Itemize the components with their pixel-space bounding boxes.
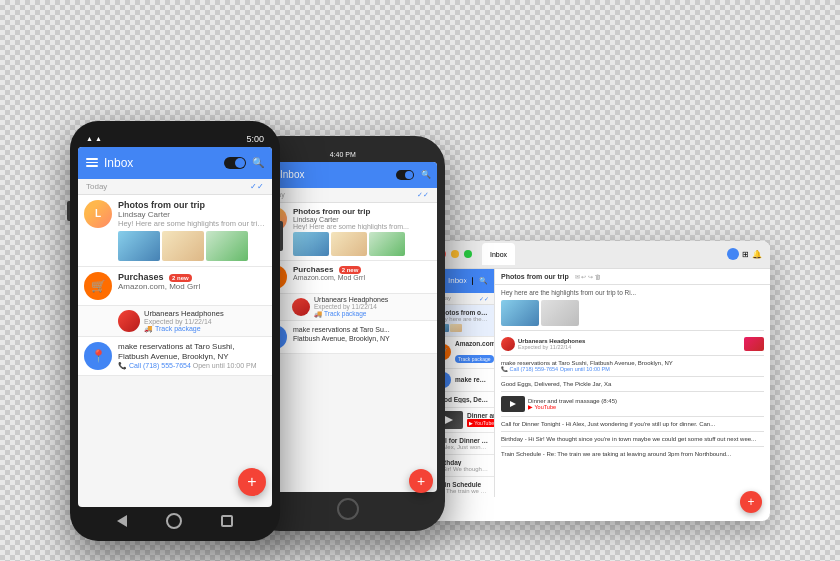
check-all-icon[interactable]: ✓✓ [250, 182, 264, 191]
minimize-dot[interactable] [451, 250, 459, 258]
browser-photo-2 [541, 300, 579, 326]
divider-5 [501, 416, 764, 417]
search-icon-browser[interactable]: 🔍 [479, 277, 488, 285]
track-package-link-medium[interactable]: 🚚 Track package [314, 310, 431, 318]
browser-mini-item-1[interactable]: Urbanears Headphones Expected by 11/22/1… [501, 335, 764, 353]
browser-inbox-title: Inbox [448, 276, 468, 285]
product-thumb [744, 337, 764, 351]
grid-icon-browser[interactable]: ⊞ [742, 250, 749, 259]
purchases-content-medium: Purchases 2 new Amazon.com, Mod Grrl [293, 265, 432, 281]
purchases-bundle-medium[interactable]: 🛒 Purchases 2 new Amazon.com, Mod Grrl [258, 261, 437, 294]
divider-6 [501, 431, 764, 432]
browser-chrome: Inbox ⊞ 🔔 [430, 241, 770, 269]
purchases-from-medium: Amazon.com, Mod Grrl [293, 274, 432, 281]
browser-dinner-item[interactable]: Call for Dinner Tonight - Hi Alex, Just … [501, 419, 764, 429]
headphones-item-medium[interactable]: Urbanears Headphones Expected by 11/22/1… [258, 294, 437, 321]
video-title-text: Dinner and travel massage (8:45) [528, 398, 617, 404]
inbox-toggle-large[interactable] [224, 157, 246, 169]
browser-birthday-item[interactable]: Birthday - Hi Sir! We thought since you'… [501, 434, 764, 444]
browser-video-subject: Dinner and travel massage (8:45) [467, 412, 495, 419]
scene: ▲ ▲ 5:00 Inbox 🔍 Today ✓✓ [10, 11, 830, 551]
inbox-toggle-medium[interactable] [396, 170, 414, 180]
headphones-item-large[interactable]: Urbanears Headphones Expected by 11/22/1… [78, 306, 272, 337]
trip-photo-1 [118, 231, 160, 261]
mini-call-link[interactable]: 📞 Call (718) 559-7654 Open until 10:00 P… [501, 366, 764, 372]
location-subtext-medium: Flatbush Avenue, Brooklyn, NY [293, 334, 432, 343]
browser-read-panel: Photos from our trip ✉ ↩ ↪ 🗑 Hey here ar… [495, 269, 770, 497]
browser-train-item[interactable]: Train Schedule - Re: The train we are ta… [501, 449, 764, 459]
mini-item-title: Urbanears Headphones [518, 338, 585, 344]
browser-check-all[interactable]: ✓✓ [479, 295, 489, 302]
trip-photo-3-med [369, 232, 405, 256]
time-display-medium: 4:40 PM [330, 151, 356, 158]
power-button [280, 221, 283, 251]
recents-nav-large[interactable] [221, 515, 233, 527]
medium-phone-screen: Inbox 🔍 Today ✓✓ L Photos from our trip … [258, 162, 437, 492]
headphones-date-medium: Expected by 11/22/14 [314, 303, 431, 310]
today-row-large: Today ✓✓ [78, 179, 272, 195]
browser-tab[interactable]: Inbox [482, 243, 515, 265]
home-nav-medium[interactable] [337, 498, 359, 520]
headphones-date-large: Expected by 11/22/14 [144, 318, 266, 325]
location-content-medium: make reservations at Taro Su... Flatbush… [293, 325, 432, 343]
email-trip-preview-medium: Hey! Here are some highlights from... [293, 223, 432, 230]
check-all-icon-medium[interactable]: ✓✓ [417, 191, 429, 199]
browser-video-item[interactable]: Dinner and travel massage (8:45) ▶ YouTu… [501, 394, 764, 414]
browser-toggle[interactable] [472, 277, 473, 285]
fab-button-large[interactable]: + [238, 468, 266, 496]
search-icon-large[interactable]: 🔍 [252, 157, 264, 168]
email-trip-preview-large: Hey! Here are some highlights from our t… [118, 219, 266, 228]
browser-location-text: make reservations at Taro Sushi, Flatbus… [455, 376, 489, 383]
browser-read-photos [501, 300, 764, 326]
email-trip-content-large: Photos from our trip Lindsay Carter Hey!… [118, 200, 266, 261]
email-trip-item-large[interactable]: L Photos from our trip Lindsay Carter He… [78, 195, 272, 267]
mini-item-date: Expected by 11/22/14 [518, 344, 585, 350]
maximize-dot[interactable] [464, 250, 472, 258]
email-trip-subject-medium: Photos from our trip [293, 207, 432, 216]
trip-photo-1-med [293, 232, 329, 256]
avatar-img-large: L [84, 200, 112, 228]
browser-purchases-badge: Track package [455, 355, 494, 363]
trip-photo-3 [206, 231, 248, 261]
browser-purchases-content: Amazon.com, Mail Grrl Track package [455, 340, 495, 365]
email-trip-item-medium[interactable]: L Photos from our trip Lindsay Carter He… [258, 203, 437, 261]
wifi-icon: ▲ [95, 135, 102, 142]
hamburger-menu-icon[interactable] [86, 158, 98, 167]
browser-photo-1 [501, 300, 539, 326]
fab-button-medium[interactable]: + [409, 469, 433, 493]
purchases-badge-medium: 2 new [339, 266, 362, 274]
mini-item-content: Urbanears Headphones Expected by 11/22/1… [518, 338, 585, 350]
browser-read-header: Photos from our trip ✉ ↩ ↪ 🗑 [495, 269, 770, 285]
location-item-large[interactable]: 📍 make reservations at Taro Sushi, Flatb… [78, 337, 272, 377]
location-icon-large: 📍 [84, 342, 112, 370]
browser-trip-photo-2 [450, 324, 462, 332]
home-nav-large[interactable] [166, 513, 182, 529]
search-icon-medium[interactable]: 🔍 [421, 170, 431, 179]
location-item-medium[interactable]: 📍 make reservations at Taro Su... Flatbu… [258, 321, 437, 354]
headphones-text-large: Urbanears Headphones Expected by 11/22/1… [144, 309, 266, 333]
bell-icon-browser[interactable]: 🔔 [752, 250, 762, 259]
headphone-thumb-large [118, 310, 140, 332]
address-bar[interactable] [524, 246, 718, 262]
divider-3 [501, 376, 764, 377]
fab-button-browser[interactable]: + [740, 491, 762, 513]
divider-2 [501, 355, 764, 356]
headphones-text-medium: Urbanears Headphones Expected by 11/22/1… [314, 296, 431, 318]
browser-mini-item-3[interactable]: Good Eggs, Delivered, The Pickle Jar, Xa [501, 379, 764, 389]
today-row-medium: Today ✓✓ [258, 188, 437, 203]
browser-tab-label: Inbox [490, 251, 507, 258]
browser-window: Inbox ⊞ 🔔 Inbox [430, 241, 770, 521]
large-phone-screen: Inbox 🔍 Today ✓✓ L Photos from our trip … [78, 147, 272, 507]
browser-video-content: Dinner and travel massage (8:45) ▶ YouTu… [467, 412, 495, 427]
back-nav-large[interactable] [117, 515, 127, 527]
track-package-link-large[interactable]: 🚚 Track package [144, 325, 266, 333]
purchases-title-large: Purchases 2 new [118, 272, 266, 282]
email-trip-subject-large: Photos from our trip [118, 200, 266, 210]
truck-icon-medium: 🚚 [314, 310, 322, 318]
browser-mini-item-2[interactable]: make reservations at Taro Sushi, Flatbus… [501, 358, 764, 374]
call-link-large[interactable]: 📞 Call (718) 555-7654 Open until 10:00 P… [118, 362, 266, 370]
browser-read-content: Hey here are the highlights from our tri… [495, 285, 770, 463]
browser-read-subject: Photos from our trip [501, 273, 569, 280]
purchases-bundle-large[interactable]: 🛒 Purchases 2 new Amazon.com, Mod Grrl [78, 267, 272, 306]
browser-read-actions: ✉ ↩ ↪ 🗑 [575, 274, 601, 280]
